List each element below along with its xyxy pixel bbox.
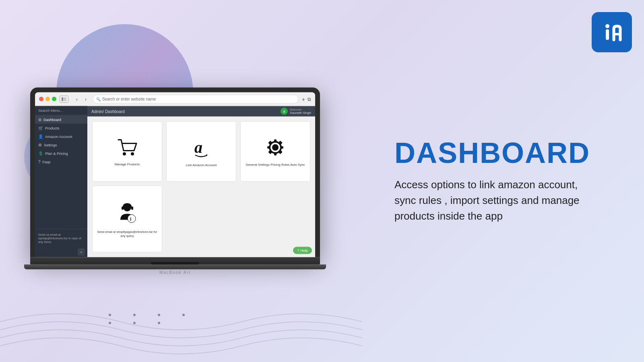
forward-button[interactable]: › — [82, 95, 89, 103]
back-button[interactable]: ‹ — [73, 95, 80, 103]
products-icon: 🛒 — [38, 126, 43, 130]
laptop-screen: ‹ › 🔍 Search or enter website name + ⧉ S… — [35, 93, 315, 257]
svg-rect-21 — [131, 206, 133, 210]
help-label: Help — [300, 249, 308, 253]
dashboard-title: DASHBOARD — [394, 138, 596, 167]
browser-chrome: ‹ › 🔍 Search or enter website name + ⧉ — [35, 93, 315, 106]
gear-icon — [266, 138, 285, 160]
app-layout: Search Menu... ⊙ Dashboard 🛒 Products 👤 — [35, 106, 315, 257]
faqs-icon: ? — [38, 160, 41, 164]
sidebar-search[interactable]: Search Menu... — [35, 106, 87, 115]
new-tab-button[interactable]: + — [302, 96, 305, 102]
svg-point-6 — [131, 152, 134, 155]
pricing-icon: 💲 — [38, 151, 43, 156]
link-amazon-card[interactable]: a Link Amazon Account — [166, 121, 236, 182]
support-card[interactable]: i Send email at shopifyapps@infoshore.bi… — [92, 185, 162, 252]
manage-products-card[interactable]: Manage Products — [92, 121, 162, 182]
sidebar-item-settings-label: Settings — [44, 143, 57, 147]
browser-actions: + ⧉ — [302, 96, 311, 102]
sidebar-item-faqs-label: Faqs — [43, 160, 51, 164]
sidebar: Search Menu... ⊙ Dashboard 🛒 Products 👤 — [35, 106, 87, 257]
browser-nav: ‹ › — [73, 95, 89, 103]
svg-rect-12 — [274, 152, 277, 156]
sidebar-item-dashboard-label: Dashboard — [43, 117, 61, 121]
amazon-icon: 👤 — [38, 134, 43, 139]
user-avatar: S — [281, 108, 288, 115]
logo-icon — [598, 18, 626, 46]
url-bar[interactable]: 🔍 Search or enter website name — [93, 95, 299, 103]
duplicate-tab-button[interactable]: ⧉ — [308, 96, 311, 102]
sidebar-item-faqs[interactable]: ? Faqs — [35, 158, 87, 166]
svg-point-0 — [605, 24, 609, 28]
dashboard-grid: Manage Products a — [87, 117, 315, 257]
svg-point-22 — [128, 214, 136, 222]
bottom-dots — [109, 314, 185, 330]
company-logo — [592, 12, 632, 52]
svg-rect-3 — [62, 97, 63, 101]
svg-rect-14 — [280, 146, 283, 149]
svg-rect-1 — [606, 29, 609, 40]
welcome-label: Welcome — [290, 108, 311, 111]
topbar: Admin/ Dashboard S Welcome Saurabh Singh — [87, 106, 315, 117]
help-icon: ? — [297, 249, 299, 253]
user-info: S Welcome Saurabh Singh — [281, 108, 311, 115]
dashboard-description: Access options to link amazon account, s… — [394, 177, 596, 224]
username: Saurabh Singh — [290, 111, 311, 115]
svg-text:a: a — [194, 138, 202, 156]
url-text: Search or enter website name — [102, 97, 156, 101]
minimize-button[interactable] — [45, 97, 50, 101]
content-wrapper: Admin/ Dashboard S Welcome Saurabh Singh — [87, 106, 315, 257]
svg-rect-11 — [274, 140, 277, 143]
laptop-mockup: ‹ › 🔍 Search or enter website name + ⧉ S… — [24, 88, 326, 275]
sidebar-item-products[interactable]: 🛒 Products — [35, 124, 87, 132]
sidebar-toggle[interactable] — [60, 95, 68, 103]
cart-icon — [117, 138, 137, 159]
sidebar-item-pricing-label: Plan & Pricing — [45, 151, 68, 155]
traffic-lights — [39, 97, 56, 101]
manage-products-label: Manage Products — [115, 162, 140, 166]
svg-point-5 — [123, 152, 126, 155]
macbook-label: MacBook Air — [24, 270, 326, 275]
sidebar-footer: Send us email at ephelp@infoshore.biz in… — [35, 229, 87, 247]
sidebar-menu: ⊙ Dashboard 🛒 Products 👤 Amazon Account — [35, 115, 87, 229]
support-icon: i — [116, 202, 138, 227]
close-button[interactable] — [39, 97, 43, 101]
sidebar-collapse: « — [35, 247, 87, 257]
svg-rect-20 — [122, 206, 124, 210]
sidebar-item-products-label: Products — [45, 126, 60, 130]
right-panel: DASHBOARD Access options to link amazon … — [394, 138, 596, 224]
laptop-screen-outer: ‹ › 🔍 Search or enter website name + ⧉ S… — [30, 88, 320, 257]
sidebar-footer-text: Send us email at ephelp@infoshore.biz in… — [38, 233, 81, 244]
maximize-button[interactable] — [52, 97, 56, 101]
collapse-sidebar-button[interactable]: « — [78, 249, 85, 256]
svg-rect-4 — [64, 97, 66, 101]
main-content: Admin/ Dashboard S Welcome Saurabh Singh — [87, 106, 315, 257]
general-settings-label: General Settings Pricing Rules Auto Sync — [246, 163, 305, 167]
user-details: Welcome Saurabh Singh — [290, 108, 311, 115]
link-amazon-label: Link Amazon Account — [186, 163, 217, 167]
laptop-stand — [24, 265, 326, 269]
sidebar-item-plan-pricing[interactable]: 💲 Plan & Pricing — [35, 149, 87, 158]
help-button[interactable]: ? Help — [293, 247, 312, 254]
general-settings-card[interactable]: General Settings Pricing Rules Auto Sync — [240, 121, 310, 182]
svg-text:i: i — [130, 216, 131, 222]
dashboard-icon: ⊙ — [38, 117, 41, 122]
sidebar-item-amazon-label: Amazon Account — [45, 134, 72, 138]
breadcrumb: Admin/ Dashboard — [91, 109, 125, 113]
svg-rect-13 — [267, 146, 270, 149]
sidebar-item-amazon[interactable]: 👤 Amazon Account — [35, 132, 87, 141]
svg-point-9 — [272, 144, 279, 151]
laptop-base — [30, 257, 320, 265]
support-label: Send email at shopifyapps@infoshore.biz … — [97, 230, 158, 238]
settings-icon: ⚙ — [38, 143, 42, 147]
amazon-brand-icon: a — [191, 138, 211, 160]
sidebar-item-dashboard[interactable]: ⊙ Dashboard — [35, 115, 87, 124]
sidebar-item-settings[interactable]: ⚙ Settings — [35, 141, 87, 149]
